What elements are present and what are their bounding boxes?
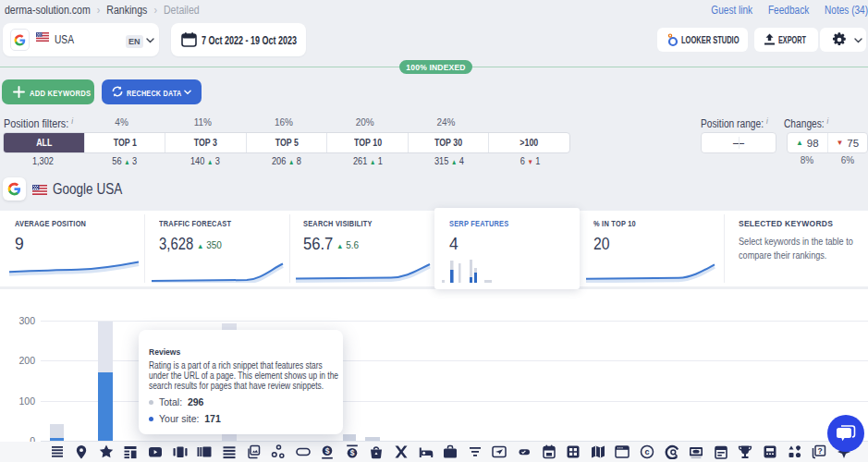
svg-text:$: $ <box>349 448 354 457</box>
svg-text:$: $ <box>325 446 330 456</box>
svg-text:?: ? <box>818 446 823 456</box>
svg-text:c: c <box>644 447 649 456</box>
